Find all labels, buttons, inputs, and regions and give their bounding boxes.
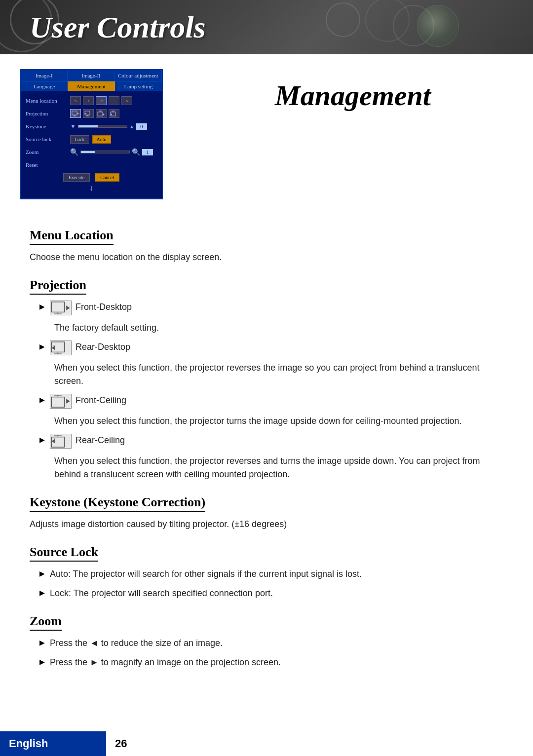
osd-label-projection: Projection [26, 111, 70, 116]
osd-tab-colour[interactable]: Colour adjustment [115, 70, 162, 81]
page-title: User Controls [30, 10, 206, 45]
source-lock-item-lock: ▶ Lock: The projector will search specif… [30, 587, 503, 600]
osd-keystone-value: 0 [136, 123, 147, 130]
osd-proj-fd[interactable] [70, 109, 81, 118]
osd-zoom-fill [81, 151, 95, 153]
projection-fc-desc: When you select this function, the proje… [54, 415, 503, 428]
bullet-arrow-magnify: ▶ [39, 658, 45, 666]
projection-fc-label: Front-Ceiling [76, 394, 126, 407]
osd-menu-loc-tr[interactable]: ↗ [96, 96, 107, 105]
projection-rd-label: Rear-Desktop [76, 340, 130, 354]
svg-marker-19 [66, 305, 70, 310]
osd-menu-location-icons: ↖ ↑ ↗ · ↘ [70, 96, 132, 105]
bullet-arrow-reduce: ▶ [39, 639, 45, 647]
osd-execute-btn[interactable]: Execute [63, 173, 90, 182]
osd-proj-rd[interactable] [83, 109, 94, 118]
management-title: Management [275, 79, 431, 112]
source-lock-heading: Source Lock [30, 545, 98, 562]
source-lock-lock-text: Lock: The projector will search specifie… [50, 587, 273, 600]
zoom-magnify-text: Press the ► to magnify an image on the p… [50, 656, 281, 669]
osd-row-source-lock: Source lock Lock Auto [26, 134, 157, 145]
section-keystone: Keystone (Keystone Correction) Adjusts i… [30, 490, 503, 531]
svg-marker-3 [77, 113, 79, 114]
projection-icon-rd: * [50, 340, 72, 355]
footer-language: English [0, 731, 106, 756]
osd-zoom-track[interactable] [80, 151, 130, 153]
osd-auto-btn[interactable]: Auto [92, 135, 111, 144]
projection-item-rc: ▶ * Rear-Ceiling [30, 434, 503, 449]
bullet-arrow-fd: ▶ [39, 302, 45, 311]
osd-body: Menu location ↖ ↑ ↗ · ↘ Projection [21, 91, 162, 198]
section-menu-location: Menu Location Choose the menu location o… [30, 223, 503, 264]
source-lock-auto-text: Auto: The projector will search for othe… [50, 567, 362, 581]
osd-tab-image-i[interactable]: Image-I [21, 70, 68, 81]
osd-box: Image-I Image-II Colour adjustment Langu… [20, 69, 163, 199]
svg-marker-28 [66, 399, 70, 403]
keystone-heading: Keystone (Keystone Correction) [30, 495, 205, 512]
osd-zoom-search-icon-2: 🔍 [132, 148, 140, 156]
projection-item-fd: ▶ Front-Desktop [30, 301, 503, 315]
header: User Controls [0, 0, 533, 54]
osd-menu-loc-br[interactable]: ↘ [121, 96, 132, 105]
menu-location-heading: Menu Location [30, 228, 114, 245]
svg-rect-0 [72, 111, 77, 115]
osd-down-arrow: ↓ [26, 184, 157, 194]
content-row: Image-I Image-II Colour adjustment Langu… [0, 54, 533, 204]
osd-menu-loc-c[interactable]: · [109, 96, 119, 105]
osd-keystone-min-icon: ▼ [70, 123, 76, 130]
section-projection: Projection ▶ Front-Desktop The factory d… [30, 273, 503, 481]
bullet-arrow-lock: ▶ [39, 589, 45, 597]
bullet-arrow-fc: ▶ [39, 396, 45, 404]
projection-icon-fc [50, 394, 72, 409]
osd-zoom-value: 1 [142, 149, 153, 155]
osd-keystone-max-icon: ▲ [129, 124, 134, 129]
projection-rc-label: Rear-Ceiling [76, 434, 125, 447]
section-zoom: Zoom ▶ Press the ◄ to reduce the size of… [30, 609, 503, 669]
bullet-arrow-rc: ▶ [39, 436, 45, 444]
svg-text:*: * [53, 344, 55, 347]
osd-keystone-slider: ▼ ▲ 0 [70, 123, 147, 130]
osd-row-keystone: Keystone ▼ ▲ 0 [26, 121, 157, 132]
osd-label-menu-location: Menu location [26, 98, 70, 104]
osd-label-source-lock: Source lock [26, 136, 70, 142]
osd-tabs-row1: Image-I Image-II Colour adjustment [21, 70, 162, 81]
osd-projection-icons [70, 109, 119, 118]
osd-tab-lamp[interactable]: Lamp setting [115, 81, 162, 91]
osd-menu-loc-tc[interactable]: ↑ [83, 96, 94, 105]
osd-panel: Image-I Image-II Colour adjustment Langu… [20, 69, 163, 199]
osd-lock-btn[interactable]: Lock [70, 135, 89, 144]
source-lock-item-auto: ▶ Auto: The projector will search for ot… [30, 567, 503, 581]
osd-cancel-btn[interactable]: Cancel [95, 173, 119, 182]
bullet-arrow-rd: ▶ [39, 342, 45, 351]
osd-row-projection: Projection [26, 108, 157, 119]
zoom-heading: Zoom [30, 614, 62, 631]
svg-marker-11 [103, 113, 105, 115]
osd-zoom-search-icon: 🔍 [70, 148, 78, 156]
projection-heading: Projection [30, 278, 86, 295]
projection-item-fc: ▶ Front-Ceiling [30, 394, 503, 409]
svg-rect-25 [51, 397, 64, 408]
osd-menu-loc-tl[interactable]: ↖ [70, 96, 81, 105]
bullet-arrow-auto: ▶ [39, 569, 45, 578]
osd-tab-management[interactable]: Management [68, 81, 114, 91]
projection-rc-desc: When you select this function, the proje… [54, 454, 503, 481]
osd-label-keystone: Keystone [26, 123, 70, 129]
osd-tabs-row2: Language Management Lamp setting [21, 81, 162, 91]
header-lens-flare [417, 5, 459, 47]
osd-proj-rc[interactable] [109, 109, 119, 118]
footer-page: 26 [106, 731, 136, 756]
osd-proj-fc[interactable] [96, 109, 107, 118]
projection-icon-rc: * [50, 434, 72, 449]
projection-rd-desc: When you select this function, the proje… [54, 361, 503, 388]
zoom-item-reduce: ▶ Press the ◄ to reduce the size of an i… [30, 637, 503, 650]
osd-row-menu-location: Menu location ↖ ↑ ↗ · ↘ [26, 95, 157, 106]
osd-label-zoom: Zoom [26, 149, 70, 155]
header-decoration-circle-3 [365, 0, 410, 42]
osd-tab-language[interactable]: Language [21, 81, 68, 91]
osd-tab-image-ii[interactable]: Image-II [68, 70, 114, 81]
menu-location-text: Choose the menu location on the display … [30, 251, 503, 264]
main-content: Menu Location Choose the menu location o… [0, 204, 533, 705]
projection-fd-desc: The factory default setting. [54, 321, 503, 335]
svg-rect-16 [51, 302, 64, 312]
osd-keystone-track[interactable] [78, 125, 127, 128]
